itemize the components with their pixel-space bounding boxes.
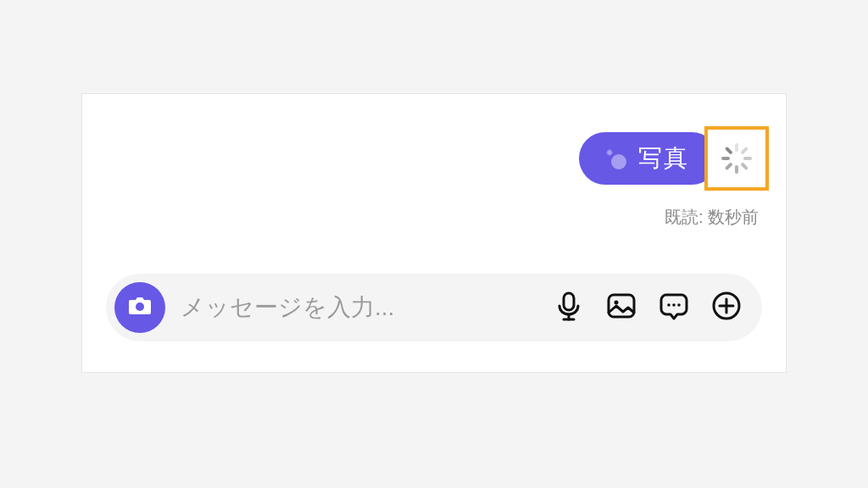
svg-rect-5 xyxy=(609,295,634,317)
photo-message-pill[interactable]: 写真 xyxy=(579,132,718,185)
chat-bubble-icon xyxy=(657,289,691,326)
camera-icon xyxy=(126,292,153,323)
camera-button[interactable] xyxy=(114,282,165,333)
plus-circle-icon xyxy=(709,289,743,326)
message-input-bar xyxy=(106,274,762,341)
message-area: 写真 既読: 数秒前 xyxy=(579,126,769,229)
microphone-icon xyxy=(552,289,586,326)
message-input[interactable] xyxy=(181,294,535,321)
read-status-text: 既読: 数秒前 xyxy=(665,206,759,229)
svg-point-0 xyxy=(611,154,626,169)
chat-options-button[interactable] xyxy=(655,289,693,326)
svg-point-6 xyxy=(615,301,619,305)
svg-rect-2 xyxy=(564,293,574,310)
chat-card: 写真 既読: 数秒前 xyxy=(81,93,787,373)
sparkle-camera-icon xyxy=(603,145,630,172)
loading-indicator-box xyxy=(704,126,769,191)
svg-point-7 xyxy=(667,303,670,307)
loading-spinner-icon xyxy=(721,143,752,174)
svg-point-8 xyxy=(672,303,676,307)
add-button[interactable] xyxy=(708,289,745,326)
voice-button[interactable] xyxy=(550,289,587,326)
photo-pill-label: 写真 xyxy=(638,142,689,175)
message-row: 写真 xyxy=(579,126,769,191)
gallery-button[interactable] xyxy=(603,289,640,326)
image-icon xyxy=(604,289,638,326)
svg-point-1 xyxy=(136,302,144,311)
svg-point-9 xyxy=(677,303,681,307)
